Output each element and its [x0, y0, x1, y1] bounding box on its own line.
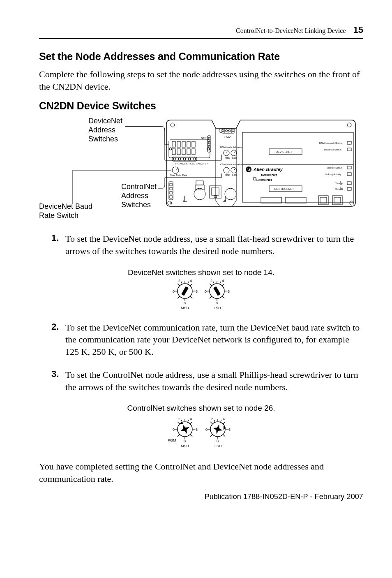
- svg-line-127: [222, 296, 224, 298]
- label-ab-dnet: DeviceNet: [261, 173, 277, 177]
- svg-point-3: [347, 123, 351, 127]
- svg-point-4: [168, 201, 172, 205]
- svg-rect-25: [187, 149, 190, 155]
- svg-text:8: 8: [217, 439, 219, 443]
- step-text: To set the ControlNet node address, use …: [65, 369, 363, 393]
- label-ab: Allen-Bradley: [253, 167, 283, 172]
- svg-text:0: 0: [173, 289, 175, 294]
- svg-rect-23: [177, 149, 180, 155]
- svg-line-163: [223, 422, 225, 424]
- svg-line-43: [234, 151, 236, 153]
- svg-line-166: [214, 420, 215, 422]
- svg-rect-79: [347, 148, 351, 151]
- svg-text:DNet Network Status: DNet Network Status: [319, 142, 342, 144]
- svg-line-128: [213, 282, 214, 284]
- svg-text:LSD: LSD: [214, 306, 221, 310]
- svg-text:CNet Node Address: CNet Node Address: [220, 163, 242, 166]
- svg-text:2: 2: [211, 417, 213, 421]
- header-title: ControlNet-to-DeviceNet Linking Device: [236, 27, 346, 35]
- svg-text:DNet Node Address: DNet Node Address: [220, 146, 242, 148]
- svg-point-2: [171, 123, 175, 127]
- svg-rect-38: [208, 141, 210, 144]
- step-1: 1. To set the DeviceNet node address, us…: [51, 233, 363, 257]
- svg-line-129: [220, 282, 221, 284]
- step-text: To set the DeviceNet communication rate,…: [65, 321, 363, 358]
- svg-line-107: [190, 284, 192, 286]
- bnc-a-icon: A: [183, 181, 205, 203]
- svg-text:Linking Activity: Linking Activity: [325, 173, 341, 176]
- svg-rect-83: [347, 173, 351, 176]
- svg-line-146: [181, 420, 182, 422]
- svg-rect-62: [196, 181, 203, 185]
- svg-line-167: [221, 420, 221, 422]
- section-intro: Complete the following steps to set the …: [39, 68, 363, 92]
- label-dnet-addr: DeviceNet: [88, 117, 122, 125]
- label-controlnet-box: CONTROLNET: [274, 187, 294, 190]
- svg-rect-130: [213, 286, 221, 296]
- svg-text:8: 8: [184, 301, 186, 305]
- svg-text:Address: Address: [88, 126, 115, 134]
- header-page-number: 15: [353, 25, 363, 35]
- label-baud: DeviceNet Baud: [39, 202, 92, 210]
- svg-line-109: [190, 296, 192, 298]
- svg-rect-26: [192, 149, 195, 155]
- svg-line-144: [178, 435, 180, 437]
- svg-rect-19: [182, 141, 185, 147]
- svg-line-48: [175, 168, 178, 170]
- svg-text:4: 4: [190, 417, 192, 421]
- svg-rect-112: [181, 286, 189, 296]
- svg-point-30: [173, 158, 176, 160]
- svg-point-14: [229, 130, 231, 132]
- caption-dnet-switches: DeviceNet switches shown set to node 14.: [39, 268, 363, 277]
- svg-line-111: [188, 282, 189, 284]
- svg-text:V-  CAN_L  SHIELD  CAN_H  V+: V- CAN_L SHIELD CAN_H V+: [175, 162, 208, 165]
- svg-line-164: [210, 435, 212, 437]
- svg-text:MSD: MSD: [225, 174, 231, 176]
- svg-text:Switches: Switches: [121, 201, 151, 209]
- svg-rect-18: [177, 141, 180, 147]
- svg-rect-60: [170, 192, 172, 194]
- svg-line-145: [190, 435, 192, 437]
- svg-rect-59: [170, 187, 172, 190]
- svg-text:ControlNet: ControlNet: [121, 183, 157, 191]
- figure-title: CN2DN Device Switches: [39, 100, 363, 112]
- svg-point-27: [169, 148, 172, 150]
- label-net: Net: [201, 136, 205, 139]
- svg-text:8: 8: [184, 439, 186, 443]
- svg-line-125: [222, 284, 224, 286]
- svg-rect-21: [192, 141, 195, 147]
- bnc-b-icon: B: [223, 188, 236, 203]
- section-title: Set the Node Addresses and Communication…: [39, 51, 363, 62]
- svg-rect-85: [347, 182, 351, 185]
- step-number: 2.: [51, 321, 65, 358]
- svg-marker-168: [212, 423, 224, 435]
- svg-text:4: 4: [190, 279, 192, 283]
- svg-text:LSD: LSD: [232, 174, 237, 176]
- svg-rect-87: [347, 187, 351, 190]
- svg-line-126: [210, 296, 212, 298]
- svg-text:2: 2: [178, 417, 180, 421]
- svg-text:6: 6: [228, 428, 231, 432]
- svg-line-108: [178, 296, 180, 298]
- svg-rect-61: [170, 196, 172, 198]
- svg-text:LSD: LSD: [214, 444, 222, 448]
- svg-line-142: [178, 422, 180, 424]
- svg-text:2: 2: [210, 279, 212, 283]
- svg-rect-58: [170, 183, 172, 186]
- svg-text:0: 0: [173, 428, 175, 432]
- cnet-dial-figure: .d{font-family:Arial;font-size:9px}.dl{f…: [39, 414, 363, 451]
- svg-line-53: [234, 168, 236, 170]
- step-2: 2. To set the DeviceNet communication ra…: [51, 321, 363, 358]
- svg-text:0: 0: [205, 428, 208, 432]
- label-devicenet-box: DEVICENET: [276, 150, 293, 153]
- svg-text:6: 6: [196, 428, 198, 432]
- caption-cnet-switches: ControlNet switches shown set to node 26…: [39, 404, 363, 413]
- svg-text:4: 4: [222, 279, 224, 283]
- svg-text:8: 8: [216, 301, 218, 305]
- svg-text:Address: Address: [121, 192, 148, 200]
- baud-rotary-icon: DNet Data Rate: [170, 167, 187, 176]
- svg-text:2: 2: [178, 279, 180, 283]
- step-3: 3. To set the ControlNet node address, u…: [51, 369, 363, 393]
- footer-publication: Publication 1788-IN052D-EN-P - February …: [39, 492, 363, 501]
- svg-line-143: [190, 422, 192, 424]
